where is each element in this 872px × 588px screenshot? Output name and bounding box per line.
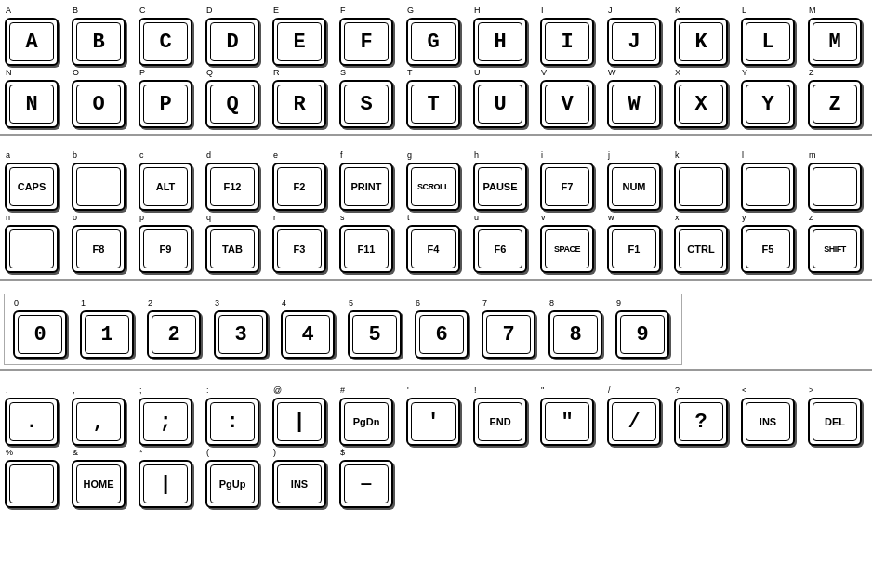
cell-label: Y: [736, 68, 747, 80]
key-?: ?: [674, 398, 728, 446]
key-cell: 55: [343, 298, 410, 359]
key-R: R: [272, 80, 326, 128]
key-g: SCROLL: [406, 163, 460, 211]
section-numbers: 00112233445566778899: [4, 294, 682, 365]
key-S: S: [339, 80, 393, 128]
key-cell: "": [535, 385, 602, 446]
key-s: F11: [339, 225, 393, 273]
key-C: C: [139, 18, 192, 66]
key-*: |: [139, 460, 192, 508]
cell-label: ': [402, 385, 409, 398]
key-cell: ??: [669, 385, 736, 446]
cell-label: N: [0, 68, 12, 80]
cell-label: ": [535, 385, 544, 398]
cell-label: :: [201, 385, 209, 398]
cell-label: F: [335, 6, 346, 18]
key-K: K: [674, 18, 728, 66]
key-): INS: [272, 460, 326, 508]
cell-label: 5: [343, 298, 353, 310]
cell-label: z: [803, 213, 813, 225]
key-cell: hPAUSE: [469, 150, 535, 211]
key-7: 7: [482, 310, 535, 359]
key-cell: LL: [736, 6, 803, 66]
key-cell: )INS: [268, 448, 335, 508]
key-Y: Y: [741, 80, 795, 128]
section-symbols: ..,,;;::@|#PgDn''!END""//??<INS>DEL%&HOM…: [0, 380, 872, 514]
cell-label: b: [67, 150, 77, 163]
key-cell: $—: [335, 448, 402, 508]
key-cell: vSPACE: [535, 213, 602, 273]
key-cell: n: [0, 213, 67, 273]
key-X: X: [674, 80, 728, 128]
key-cell: yF5: [736, 213, 803, 273]
key-8: 8: [548, 310, 602, 359]
key-O: O: [72, 80, 126, 128]
key-cell: 44: [276, 298, 343, 359]
key-cell: b: [67, 150, 134, 211]
cell-label: <: [736, 385, 746, 398]
key-&: HOME: [72, 460, 126, 508]
section-uppercase: AABBCCDDEEFFGGHHIIJJKKLLMMNNOOPPQQRRSSTT…: [0, 0, 872, 136]
key-cell: l: [736, 150, 803, 211]
key-y: F5: [741, 225, 795, 273]
key-row: aCAPSbcALTdF12eF2fPRINTgSCROLLhPAUSEiF7j…: [0, 150, 872, 211]
key-cell: xCTRL: [669, 213, 736, 273]
key-': ': [406, 398, 460, 446]
key-#: PgDn: [339, 398, 393, 446]
key-:: :: [205, 398, 259, 446]
cell-label: O: [67, 68, 79, 80]
key-cell: //: [602, 385, 669, 446]
key-A: A: [5, 18, 59, 66]
cell-label: G: [402, 6, 414, 18]
section-lowercase-special: aCAPSbcALTdF12eF2fPRINTgSCROLLhPAUSEiF7j…: [0, 145, 872, 281]
key-cell: jNUM: [602, 150, 669, 211]
key-4: 4: [281, 310, 335, 359]
key-cell: DD: [201, 6, 268, 66]
key-6: 6: [415, 310, 469, 359]
key-cell: '': [402, 385, 469, 446]
key-cell: @|: [268, 385, 335, 446]
cell-label: v: [535, 213, 546, 225]
key-L: L: [741, 18, 795, 66]
key-i: F7: [540, 163, 594, 211]
key-cell: &HOME: [67, 448, 134, 508]
key-5: 5: [348, 310, 402, 359]
cell-label: P: [134, 68, 145, 80]
key-cell: VV: [535, 68, 602, 128]
key-cell: KK: [669, 6, 736, 66]
key-cell: NN: [0, 68, 67, 128]
keyboard-font-preview: AABBCCDDEEFFGGHHIIJJKKLLMMNNOOPPQQRRSSTT…: [0, 0, 872, 514]
cell-label: l: [736, 150, 744, 163]
key-F: F: [339, 18, 393, 66]
key-cell: ZZ: [803, 68, 870, 128]
cell-label: (: [201, 448, 209, 460]
cell-label: q: [201, 213, 211, 225]
key-cell: XX: [669, 68, 736, 128]
key-cell: *|: [134, 448, 201, 508]
cell-label: X: [669, 68, 680, 80]
cell-label: L: [736, 6, 746, 18]
key-I: I: [540, 18, 594, 66]
key-cell: iF7: [535, 150, 602, 211]
key-cell: m: [803, 150, 870, 211]
cell-label: 9: [611, 298, 621, 310]
cell-label: a: [0, 150, 10, 163]
key-q: TAB: [205, 225, 259, 273]
key-G: G: [406, 18, 460, 66]
key-,: ,: [72, 398, 126, 446]
cell-label: n: [0, 213, 10, 225]
cell-label: e: [268, 150, 278, 163]
cell-label: o: [67, 213, 77, 225]
cell-label: x: [669, 213, 680, 225]
key-v: SPACE: [540, 225, 594, 273]
key-cell: ::: [201, 385, 268, 446]
key-J: J: [607, 18, 661, 66]
key-.: .: [5, 398, 59, 446]
key-cell: (PgUp: [201, 448, 268, 508]
key-cell: sF11: [335, 213, 402, 273]
key-cell: YY: [736, 68, 803, 128]
key-cell: ;;: [134, 385, 201, 446]
cell-label: d: [201, 150, 211, 163]
key->: DEL: [808, 398, 862, 446]
key-cell: gSCROLL: [402, 150, 469, 211]
